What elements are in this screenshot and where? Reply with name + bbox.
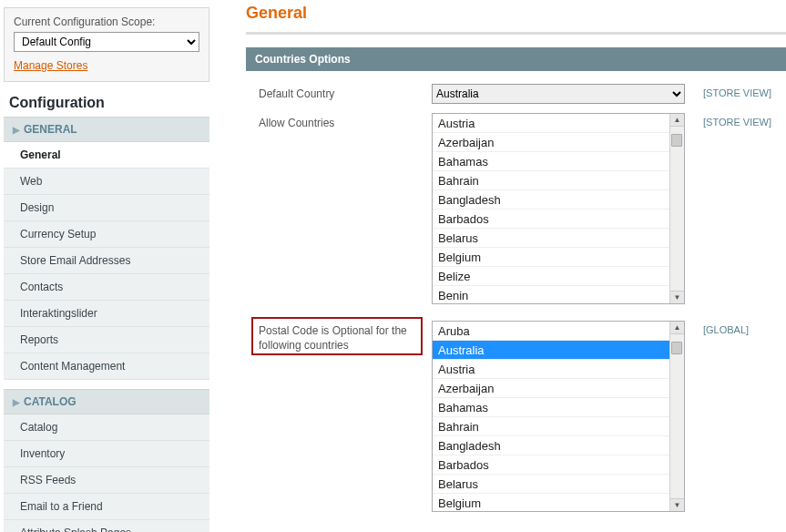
list-item[interactable]: Bangladesh bbox=[433, 436, 669, 455]
nav-item-contacts[interactable]: Contacts bbox=[4, 274, 209, 301]
multiselect-postal-optional[interactable]: Aruba Australia Austria Azerbaijan Baham… bbox=[432, 321, 685, 512]
nav-section-general[interactable]: ▶GENERAL bbox=[4, 117, 209, 142]
scrollbar[interactable]: ▲ ▼ bbox=[669, 322, 684, 511]
row-postal-optional: Postal Code is Optional for the followin… bbox=[259, 321, 786, 512]
list-item[interactable]: Belarus bbox=[433, 229, 669, 248]
row-allow-countries: Allow Countries Austria Azerbaijan Baham… bbox=[259, 113, 786, 304]
list-item[interactable]: Belarus bbox=[433, 475, 669, 494]
nav-item-attribute-splash[interactable]: Attribute Splash Pages bbox=[4, 520, 209, 532]
nav-item-inventory[interactable]: Inventory bbox=[4, 441, 209, 467]
nav-item-general[interactable]: General bbox=[4, 142, 209, 169]
scrollbar[interactable]: ▲ ▼ bbox=[669, 114, 684, 303]
list-item[interactable]: Barbados bbox=[433, 210, 669, 229]
scroll-up-icon[interactable]: ▲ bbox=[670, 322, 684, 334]
main-content: General Countries Options Default Countr… bbox=[209, 0, 786, 532]
nav-item-web[interactable]: Web bbox=[4, 169, 209, 195]
scope-select[interactable]: Default Config bbox=[14, 32, 199, 52]
label-postal-optional: Postal Code is Optional for the followin… bbox=[259, 321, 432, 353]
nav-item-email-friend[interactable]: Email to a Friend bbox=[4, 494, 209, 520]
list-item[interactable]: Australia bbox=[433, 341, 669, 360]
list-item[interactable]: Barbados bbox=[433, 455, 669, 475]
scope-default-country: [STORE VIEW] bbox=[687, 84, 778, 98]
nav-item-catalog[interactable]: Catalog bbox=[4, 414, 209, 441]
scope-postal-optional: [GLOBAL] bbox=[687, 321, 778, 335]
list-item[interactable]: Aruba bbox=[433, 322, 669, 341]
list-item[interactable]: Bahrain bbox=[433, 417, 669, 436]
list-item[interactable]: Bahamas bbox=[433, 398, 669, 417]
nav-item-content-management[interactable]: Content Management bbox=[4, 353, 209, 380]
manage-stores-link[interactable]: Manage Stores bbox=[14, 59, 87, 72]
scroll-thumb[interactable] bbox=[671, 342, 682, 354]
sidebar: Current Configuration Scope: Default Con… bbox=[0, 0, 209, 532]
scroll-down-icon[interactable]: ▼ bbox=[670, 498, 684, 511]
list-item[interactable]: Bahrain bbox=[433, 171, 669, 190]
label-default-country: Default Country bbox=[259, 84, 432, 101]
list-item[interactable]: Bahamas bbox=[433, 152, 669, 171]
nav-item-rss-feeds[interactable]: RSS Feeds bbox=[4, 467, 209, 494]
nav-item-reports[interactable]: Reports bbox=[4, 327, 209, 353]
scope-label: Current Configuration Scope: bbox=[14, 15, 199, 28]
nav-item-design[interactable]: Design bbox=[4, 195, 209, 221]
list-item[interactable]: Azerbaijan bbox=[433, 133, 669, 152]
scroll-up-icon[interactable]: ▲ bbox=[670, 114, 684, 127]
list-item[interactable]: Benin bbox=[433, 286, 669, 303]
chevron-right-icon: ▶ bbox=[13, 125, 20, 135]
scope-allow-countries: [STORE VIEW] bbox=[687, 113, 778, 128]
multiselect-allow-countries[interactable]: Austria Azerbaijan Bahamas Bahrain Bangl… bbox=[432, 113, 685, 304]
nav-section-catalog[interactable]: ▶CATALOG bbox=[4, 389, 209, 414]
scroll-down-icon[interactable]: ▼ bbox=[670, 291, 684, 303]
label-allow-countries: Allow Countries bbox=[259, 113, 432, 130]
configuration-title: Configuration bbox=[9, 95, 209, 111]
nav-item-store-email[interactable]: Store Email Addresses bbox=[4, 248, 209, 274]
list-item[interactable]: Bangladesh bbox=[433, 190, 669, 210]
select-default-country[interactable]: Australia bbox=[432, 84, 685, 104]
list-item[interactable]: Belgium bbox=[433, 494, 669, 511]
title-rule bbox=[246, 32, 786, 35]
fieldset-countries-options[interactable]: Countries Options bbox=[246, 47, 786, 71]
page-title: General bbox=[246, 4, 786, 23]
chevron-right-icon: ▶ bbox=[13, 397, 20, 407]
scope-box: Current Configuration Scope: Default Con… bbox=[4, 7, 209, 82]
list-item[interactable]: Austria bbox=[433, 114, 669, 133]
list-item[interactable]: Azerbaijan bbox=[433, 379, 669, 398]
list-item[interactable]: Belgium bbox=[433, 248, 669, 267]
scroll-thumb[interactable] bbox=[671, 134, 682, 147]
list-item[interactable]: Austria bbox=[433, 360, 669, 379]
row-default-country: Default Country Australia [STORE VIEW] bbox=[259, 84, 786, 104]
nav-item-currency-setup[interactable]: Currency Setup bbox=[4, 221, 209, 248]
list-item[interactable]: Belize bbox=[433, 267, 669, 286]
nav-item-interaktingslider[interactable]: Interaktingslider bbox=[4, 301, 209, 327]
